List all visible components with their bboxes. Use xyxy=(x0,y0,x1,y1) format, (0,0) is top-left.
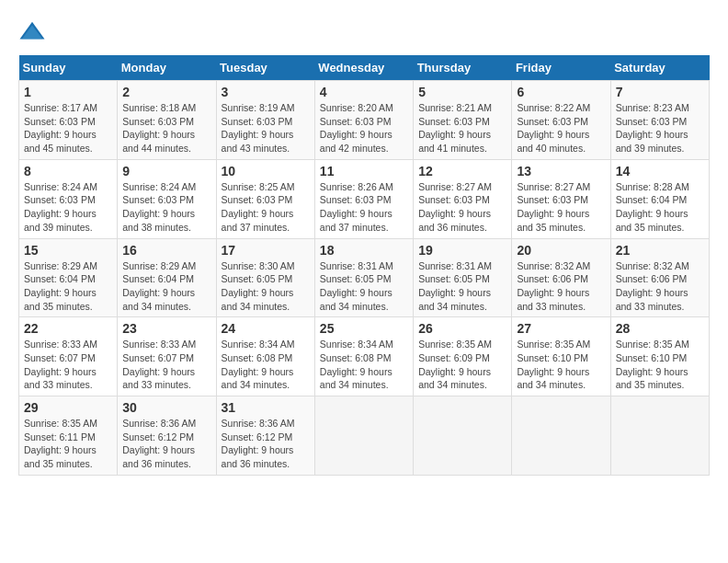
day-number: 14 xyxy=(616,164,704,178)
day-number: 21 xyxy=(616,243,704,258)
day-number: 10 xyxy=(222,164,310,178)
day-number: 3 xyxy=(222,85,310,99)
day-header-friday: Friday xyxy=(512,55,610,81)
day-info: Sunrise: 8:33 AM Sunset: 6:07 PM Dayligh… xyxy=(24,338,112,392)
day-info: Sunrise: 8:35 AM Sunset: 6:10 PM Dayligh… xyxy=(616,338,704,392)
day-number: 19 xyxy=(418,243,506,258)
logo xyxy=(18,18,50,46)
calendar-cell: 31 Sunrise: 8:36 AM Sunset: 6:12 PM Dayl… xyxy=(216,396,314,476)
calendar-cell xyxy=(314,396,413,476)
calendar-cell: 6 Sunrise: 8:22 AM Sunset: 6:03 PM Dayli… xyxy=(512,81,610,160)
calendar-cell: 25 Sunrise: 8:34 AM Sunset: 6:08 PM Dayl… xyxy=(314,317,413,396)
day-header-sunday: Sunday xyxy=(19,55,118,81)
day-number: 15 xyxy=(24,243,112,258)
calendar-table: SundayMondayTuesdayWednesdayThursdayFrid… xyxy=(18,55,710,476)
day-number: 4 xyxy=(320,85,408,99)
day-info: Sunrise: 8:22 AM Sunset: 6:03 PM Dayligh… xyxy=(517,101,605,155)
day-info: Sunrise: 8:27 AM Sunset: 6:03 PM Dayligh… xyxy=(517,180,605,235)
calendar-cell: 29 Sunrise: 8:35 AM Sunset: 6:11 PM Dayl… xyxy=(19,396,118,476)
calendar-cell: 1 Sunrise: 8:17 AM Sunset: 6:03 PM Dayli… xyxy=(19,81,118,160)
calendar-cell: 10 Sunrise: 8:25 AM Sunset: 6:03 PM Dayl… xyxy=(216,159,314,238)
calendar-cell: 26 Sunrise: 8:35 AM Sunset: 6:09 PM Dayl… xyxy=(414,317,512,396)
calendar-cell: 30 Sunrise: 8:36 AM Sunset: 6:12 PM Dayl… xyxy=(118,396,216,476)
day-info: Sunrise: 8:34 AM Sunset: 6:08 PM Dayligh… xyxy=(320,338,408,392)
calendar-week-row: 8 Sunrise: 8:24 AM Sunset: 6:03 PM Dayli… xyxy=(19,159,710,238)
day-info: Sunrise: 8:26 AM Sunset: 6:03 PM Dayligh… xyxy=(320,180,408,235)
day-number: 22 xyxy=(24,321,112,336)
calendar-cell: 4 Sunrise: 8:20 AM Sunset: 6:03 PM Dayli… xyxy=(314,81,413,160)
day-info: Sunrise: 8:29 AM Sunset: 6:04 PM Dayligh… xyxy=(24,259,112,314)
day-info: Sunrise: 8:30 AM Sunset: 6:05 PM Dayligh… xyxy=(222,259,310,314)
day-number: 5 xyxy=(418,85,506,99)
day-info: Sunrise: 8:35 AM Sunset: 6:09 PM Dayligh… xyxy=(418,338,506,392)
day-number: 30 xyxy=(122,400,210,415)
day-number: 25 xyxy=(320,321,408,336)
calendar-cell: 20 Sunrise: 8:32 AM Sunset: 6:06 PM Dayl… xyxy=(512,238,610,317)
calendar-cell: 2 Sunrise: 8:18 AM Sunset: 6:03 PM Dayli… xyxy=(118,81,216,160)
calendar-week-row: 22 Sunrise: 8:33 AM Sunset: 6:07 PM Dayl… xyxy=(19,317,710,396)
day-header-monday: Monday xyxy=(118,55,216,81)
day-info: Sunrise: 8:24 AM Sunset: 6:03 PM Dayligh… xyxy=(122,180,210,235)
logo-icon xyxy=(18,18,46,46)
day-header-thursday: Thursday xyxy=(414,55,512,81)
calendar-cell: 22 Sunrise: 8:33 AM Sunset: 6:07 PM Dayl… xyxy=(19,317,118,396)
calendar-cell: 5 Sunrise: 8:21 AM Sunset: 6:03 PM Dayli… xyxy=(414,81,512,160)
calendar-cell: 13 Sunrise: 8:27 AM Sunset: 6:03 PM Dayl… xyxy=(512,159,610,238)
calendar-cell: 12 Sunrise: 8:27 AM Sunset: 6:03 PM Dayl… xyxy=(414,159,512,238)
day-info: Sunrise: 8:36 AM Sunset: 6:12 PM Dayligh… xyxy=(122,417,210,471)
calendar-cell: 16 Sunrise: 8:29 AM Sunset: 6:04 PM Dayl… xyxy=(118,238,216,317)
day-info: Sunrise: 8:20 AM Sunset: 6:03 PM Dayligh… xyxy=(320,101,408,155)
calendar-cell: 14 Sunrise: 8:28 AM Sunset: 6:04 PM Dayl… xyxy=(610,159,709,238)
day-info: Sunrise: 8:23 AM Sunset: 6:03 PM Dayligh… xyxy=(616,101,704,155)
day-info: Sunrise: 8:31 AM Sunset: 6:05 PM Dayligh… xyxy=(418,259,506,314)
calendar-cell: 27 Sunrise: 8:35 AM Sunset: 6:10 PM Dayl… xyxy=(512,317,610,396)
day-info: Sunrise: 8:31 AM Sunset: 6:05 PM Dayligh… xyxy=(320,259,408,314)
day-info: Sunrise: 8:19 AM Sunset: 6:03 PM Dayligh… xyxy=(222,101,310,155)
day-number: 31 xyxy=(222,400,310,415)
calendar-cell xyxy=(512,396,610,476)
day-number: 2 xyxy=(122,85,210,99)
day-number: 8 xyxy=(24,164,112,178)
day-number: 20 xyxy=(517,243,605,258)
calendar-cell: 18 Sunrise: 8:31 AM Sunset: 6:05 PM Dayl… xyxy=(314,238,413,317)
day-info: Sunrise: 8:36 AM Sunset: 6:12 PM Dayligh… xyxy=(222,417,310,471)
calendar-week-row: 29 Sunrise: 8:35 AM Sunset: 6:11 PM Dayl… xyxy=(19,396,710,476)
calendar-cell: 8 Sunrise: 8:24 AM Sunset: 6:03 PM Dayli… xyxy=(19,159,118,238)
day-number: 12 xyxy=(418,164,506,178)
day-number: 29 xyxy=(24,400,112,415)
day-number: 23 xyxy=(122,321,210,336)
calendar-header-row: SundayMondayTuesdayWednesdayThursdayFrid… xyxy=(19,55,710,81)
day-number: 7 xyxy=(616,85,704,99)
calendar-cell: 21 Sunrise: 8:32 AM Sunset: 6:06 PM Dayl… xyxy=(610,238,709,317)
calendar-cell xyxy=(414,396,512,476)
day-info: Sunrise: 8:18 AM Sunset: 6:03 PM Dayligh… xyxy=(122,101,210,155)
day-info: Sunrise: 8:35 AM Sunset: 6:10 PM Dayligh… xyxy=(517,338,605,392)
day-info: Sunrise: 8:32 AM Sunset: 6:06 PM Dayligh… xyxy=(517,259,605,314)
day-number: 1 xyxy=(24,85,112,99)
calendar-week-row: 15 Sunrise: 8:29 AM Sunset: 6:04 PM Dayl… xyxy=(19,238,710,317)
calendar-cell: 19 Sunrise: 8:31 AM Sunset: 6:05 PM Dayl… xyxy=(414,238,512,317)
day-info: Sunrise: 8:17 AM Sunset: 6:03 PM Dayligh… xyxy=(24,101,112,155)
calendar-cell: 23 Sunrise: 8:33 AM Sunset: 6:07 PM Dayl… xyxy=(118,317,216,396)
day-number: 11 xyxy=(320,164,408,178)
day-number: 28 xyxy=(616,321,704,336)
day-number: 24 xyxy=(222,321,310,336)
calendar-cell: 7 Sunrise: 8:23 AM Sunset: 6:03 PM Dayli… xyxy=(610,81,709,160)
day-number: 9 xyxy=(122,164,210,178)
day-info: Sunrise: 8:27 AM Sunset: 6:03 PM Dayligh… xyxy=(418,180,506,235)
day-number: 27 xyxy=(517,321,605,336)
day-info: Sunrise: 8:34 AM Sunset: 6:08 PM Dayligh… xyxy=(222,338,310,392)
day-number: 26 xyxy=(418,321,506,336)
day-number: 16 xyxy=(122,243,210,258)
calendar-cell: 9 Sunrise: 8:24 AM Sunset: 6:03 PM Dayli… xyxy=(118,159,216,238)
day-info: Sunrise: 8:32 AM Sunset: 6:06 PM Dayligh… xyxy=(616,259,704,314)
day-number: 6 xyxy=(517,85,605,99)
day-header-wednesday: Wednesday xyxy=(314,55,413,81)
day-info: Sunrise: 8:24 AM Sunset: 6:03 PM Dayligh… xyxy=(24,180,112,235)
calendar-cell: 28 Sunrise: 8:35 AM Sunset: 6:10 PM Dayl… xyxy=(610,317,709,396)
calendar-cell: 17 Sunrise: 8:30 AM Sunset: 6:05 PM Dayl… xyxy=(216,238,314,317)
day-info: Sunrise: 8:33 AM Sunset: 6:07 PM Dayligh… xyxy=(122,338,210,392)
day-number: 18 xyxy=(320,243,408,258)
calendar-cell: 11 Sunrise: 8:26 AM Sunset: 6:03 PM Dayl… xyxy=(314,159,413,238)
calendar-cell: 24 Sunrise: 8:34 AM Sunset: 6:08 PM Dayl… xyxy=(216,317,314,396)
